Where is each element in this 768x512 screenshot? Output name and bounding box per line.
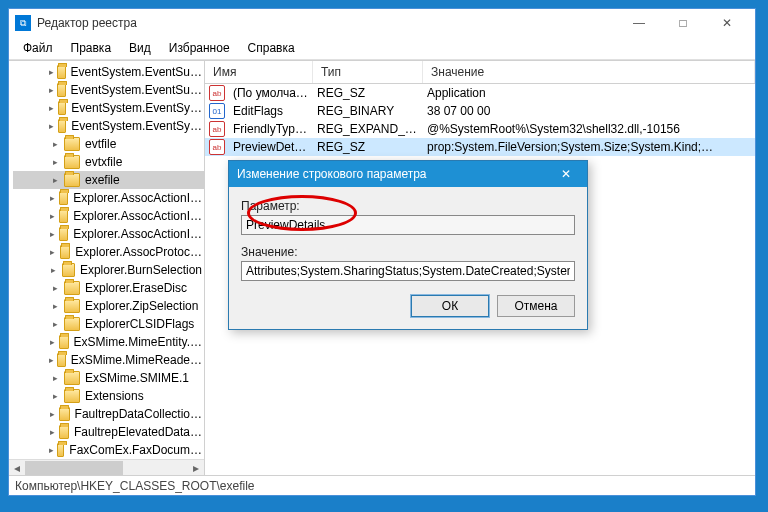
tree-item[interactable]: ▸Explorer.AssocActionI… [13, 189, 204, 207]
chevron-right-icon[interactable]: ▸ [49, 391, 61, 401]
folder-icon [64, 299, 80, 313]
horizontal-scrollbar[interactable]: ◂ ▸ [9, 459, 204, 475]
folder-icon [59, 227, 69, 241]
app-icon: ⧉ [15, 15, 31, 31]
chevron-right-icon[interactable]: ▸ [49, 211, 56, 221]
value-label: Значение: [241, 245, 575, 259]
chevron-right-icon[interactable]: ▸ [49, 193, 56, 203]
chevron-right-icon[interactable]: ▸ [49, 67, 54, 77]
menu-edit[interactable]: Правка [63, 39, 120, 57]
list-row[interactable]: 01EditFlagsREG_BINARY38 07 00 00 [205, 102, 755, 120]
chevron-right-icon[interactable]: ▸ [49, 283, 61, 293]
column-name[interactable]: Имя [205, 61, 313, 83]
cell-type: REG_SZ [313, 86, 423, 100]
chevron-right-icon[interactable]: ▸ [49, 139, 61, 149]
chevron-right-icon[interactable]: ▸ [49, 319, 61, 329]
chevron-right-icon[interactable]: ▸ [49, 409, 56, 419]
chevron-right-icon[interactable]: ▸ [49, 355, 54, 365]
folder-icon [59, 335, 69, 349]
tree-item[interactable]: ▸EventSystem.EventSu… [13, 81, 204, 99]
tree-item-label: exefile [83, 173, 122, 187]
scroll-right-icon[interactable]: ▸ [188, 461, 204, 475]
tree-item[interactable]: ▸EventSystem.EventSy… [13, 99, 204, 117]
tree-item-label: Extensions [83, 389, 146, 403]
menu-file[interactable]: Файл [15, 39, 61, 57]
tree-item[interactable]: ▸Explorer.AssocActionI… [13, 207, 204, 225]
chevron-right-icon[interactable]: ▸ [49, 121, 55, 131]
chevron-right-icon[interactable]: ▸ [49, 301, 61, 311]
tree-item-label: EventSystem.EventSy… [69, 101, 204, 115]
tree-item[interactable]: ▸Explorer.BurnSelection [13, 261, 204, 279]
chevron-right-icon[interactable]: ▸ [49, 427, 56, 437]
scrollbar-thumb[interactable] [25, 461, 123, 475]
tree-pane[interactable]: ▸EventSystem.EventSu…▸EventSystem.EventS… [9, 61, 205, 475]
chevron-right-icon[interactable]: ▸ [49, 157, 61, 167]
binary-value-icon: 01 [209, 103, 225, 119]
chevron-right-icon[interactable]: ▸ [49, 229, 56, 239]
column-value[interactable]: Значение [423, 61, 755, 83]
chevron-right-icon[interactable]: ▸ [49, 445, 54, 455]
tree-item-label: FaultrepElevatedData… [72, 425, 204, 439]
folder-icon [64, 155, 80, 169]
tree-item-label: EventSystem.EventSy… [69, 119, 204, 133]
tree-item[interactable]: ▸exefile [13, 171, 204, 189]
list-row[interactable]: abFriendlyTypeNa…REG_EXPAND_SZ@%SystemRo… [205, 120, 755, 138]
chevron-right-icon[interactable]: ▸ [49, 265, 59, 275]
statusbar: Компьютер\HKEY_CLASSES_ROOT\exefile [9, 475, 755, 495]
maximize-button[interactable]: □ [661, 9, 705, 37]
minimize-button[interactable]: — [617, 9, 661, 37]
window-title: Редактор реестра [37, 16, 617, 30]
column-type[interactable]: Тип [313, 61, 423, 83]
tree-item-label: Explorer.EraseDisc [83, 281, 189, 295]
chevron-right-icon[interactable]: ▸ [49, 103, 55, 113]
menu-view[interactable]: Вид [121, 39, 159, 57]
tree-item[interactable]: ▸FaultrepElevatedData… [13, 423, 204, 441]
tree-item-label: evtxfile [83, 155, 124, 169]
parameter-label: Параметр: [241, 199, 575, 213]
folder-icon [57, 353, 65, 367]
tree-item[interactable]: ▸ExSMime.MimeEntity.… [13, 333, 204, 351]
tree-item-label: ExSMime.SMIME.1 [83, 371, 191, 385]
tree-item[interactable]: ▸evtxfile [13, 153, 204, 171]
tree-item[interactable]: ▸Explorer.AssocProtoc… [13, 243, 204, 261]
chevron-right-icon[interactable]: ▸ [49, 247, 57, 257]
tree-item[interactable]: ▸Explorer.EraseDisc [13, 279, 204, 297]
folder-icon [60, 245, 71, 259]
list-row[interactable]: abPreviewDetailsREG_SZprop:System.FileVe… [205, 138, 755, 156]
chevron-right-icon[interactable]: ▸ [49, 85, 54, 95]
tree-item-label: Explorer.AssocActionI… [71, 191, 204, 205]
dialog-close-icon[interactable]: ✕ [553, 167, 579, 181]
cancel-button[interactable]: Отмена [497, 295, 575, 317]
tree-item[interactable]: ▸EventSystem.EventSu… [13, 63, 204, 81]
folder-icon [64, 317, 80, 331]
folder-icon [64, 281, 80, 295]
folder-icon [57, 443, 64, 457]
list-row[interactable]: ab(По умолчанию)REG_SZApplication [205, 84, 755, 102]
status-path: Компьютер\HKEY_CLASSES_ROOT\exefile [15, 479, 255, 493]
value-field[interactable] [241, 261, 575, 281]
tree-item[interactable]: ▸FaxComEx.FaxDocum… [13, 441, 204, 459]
tree-item[interactable]: ▸FaultrepDataCollectio… [13, 405, 204, 423]
tree-item[interactable]: ▸evtfile [13, 135, 204, 153]
string-value-icon: ab [209, 139, 225, 155]
chevron-right-icon[interactable]: ▸ [49, 175, 61, 185]
menu-help[interactable]: Справка [240, 39, 303, 57]
tree-item[interactable]: ▸ExSMime.MimeReade… [13, 351, 204, 369]
tree-item[interactable]: ▸ExplorerCLSIDFlags [13, 315, 204, 333]
dialog-titlebar[interactable]: Изменение строкового параметра ✕ [229, 161, 587, 187]
folder-icon [58, 119, 67, 133]
folder-icon [64, 137, 80, 151]
scroll-left-icon[interactable]: ◂ [9, 461, 25, 475]
ok-button[interactable]: ОК [411, 295, 489, 317]
tree-item[interactable]: ▸Extensions [13, 387, 204, 405]
tree-item[interactable]: ▸EventSystem.EventSy… [13, 117, 204, 135]
tree-item[interactable]: ▸Explorer.AssocActionI… [13, 225, 204, 243]
close-button[interactable]: ✕ [705, 9, 749, 37]
chevron-right-icon[interactable]: ▸ [49, 373, 61, 383]
titlebar[interactable]: ⧉ Редактор реестра — □ ✕ [9, 9, 755, 37]
menu-favorites[interactable]: Избранное [161, 39, 238, 57]
chevron-right-icon[interactable]: ▸ [49, 337, 56, 347]
tree-item[interactable]: ▸Explorer.ZipSelection [13, 297, 204, 315]
cell-type: REG_SZ [313, 140, 423, 154]
tree-item[interactable]: ▸ExSMime.SMIME.1 [13, 369, 204, 387]
